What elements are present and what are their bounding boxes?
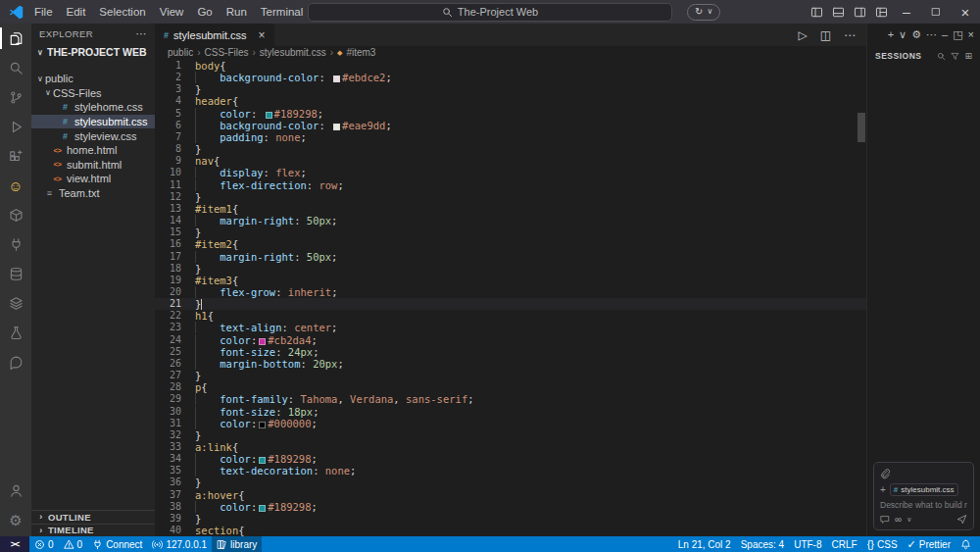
new-session[interactable]: +	[888, 29, 894, 40]
status-host[interactable]: 127.0.0.1	[147, 536, 212, 552]
minimize-panel[interactable]: –	[942, 29, 948, 40]
sync-session-button[interactable]: ↻ ∨	[687, 4, 720, 21]
menu-selection[interactable]: Selection	[92, 0, 152, 24]
tree-item-stylehome-css[interactable]: #stylehome.css	[31, 100, 155, 115]
filter-sessions[interactable]	[951, 52, 959, 61]
code-line-14[interactable]: 14 margin-right: 50px;	[155, 215, 866, 226]
code-line-29[interactable]: 29 font-family: Tahoma, Verdana, sans-se…	[155, 393, 866, 405]
maximize-window[interactable]	[921, 0, 951, 24]
menu-view[interactable]: View	[153, 0, 191, 24]
status-library[interactable]: library	[212, 536, 262, 552]
chat-placeholder[interactable]: Describe what to build ne	[880, 500, 967, 510]
code-line-35[interactable]: 35 text-decoration: none;	[155, 465, 866, 477]
code-line-17[interactable]: 17 margin-right: 50px;	[155, 251, 866, 263]
code-line-15[interactable]: 15}	[155, 226, 866, 238]
code-line-21[interactable]: 21}	[155, 298, 866, 310]
panel-more-actions[interactable]: ⋯	[926, 29, 937, 40]
project-root-row[interactable]: ∨ THE-PROJECT WEB	[31, 44, 155, 60]
remote-window-button[interactable]: ><	[0, 536, 29, 552]
tree-item-styleview-css[interactable]: #styleview.css	[31, 128, 155, 143]
editor-scrollbar[interactable]	[857, 59, 866, 536]
code-line-16[interactable]: 16#item2{	[155, 238, 866, 250]
search-sessions[interactable]	[937, 52, 946, 61]
chat-input-box[interactable]: + # stylesubmit.css Describe what to bui…	[873, 462, 974, 530]
code-line-3[interactable]: 3}	[155, 83, 866, 95]
tree-item-css-files[interactable]: ∨CSS-Files	[31, 86, 155, 101]
code-line-34[interactable]: 34 color:#189298;	[155, 453, 866, 465]
code-line-9[interactable]: 9nav{	[155, 155, 866, 167]
menu-terminal[interactable]: Terminal	[254, 0, 310, 24]
code-line-11[interactable]: 11 flex-direction: row;	[155, 179, 866, 191]
code-line-38[interactable]: 38 color:#189298;	[155, 501, 866, 513]
status-language-mode[interactable]: {}CSS	[862, 536, 903, 552]
activity-run-debug[interactable]	[0, 112, 31, 141]
code-line-12[interactable]: 12}	[155, 191, 866, 203]
code-line-2[interactable]: 2 background-color: #ebdce2;	[155, 72, 866, 83]
code-line-6[interactable]: 6 background-color: #eae9dd;	[155, 120, 866, 131]
code-line-39[interactable]: 39}	[155, 513, 866, 525]
timeline-section-header[interactable]: › TIMELINE	[31, 524, 155, 537]
model-dropdown[interactable]: ∨	[906, 516, 911, 523]
tree-item-submit-html[interactable]: <>submit.html	[31, 158, 155, 173]
tree-item-team-txt[interactable]: ≡Team.txt	[31, 186, 155, 201]
breadcrumb-public[interactable]: public	[168, 47, 193, 58]
code-line-23[interactable]: 23 text-align: center;	[155, 322, 866, 333]
activity-accounts[interactable]	[0, 476, 31, 505]
split-editor[interactable]: ◫	[820, 29, 831, 41]
activity-remote-explorer[interactable]	[0, 229, 31, 259]
code-line-31[interactable]: 31 color:#000000;	[155, 418, 866, 429]
code-line-24[interactable]: 24 color:#cb2da4;	[155, 334, 866, 346]
toggle-secondary-sidebar[interactable]	[849, 0, 870, 24]
breadcrumb-css-files[interactable]: CSS-Files	[204, 47, 248, 58]
code-line-33[interactable]: 33a:link{	[155, 441, 866, 453]
outline-section-header[interactable]: › OUTLINE	[31, 510, 155, 524]
scrollbar-thumb[interactable]	[858, 113, 865, 142]
status-errors[interactable]: 0	[29, 536, 59, 552]
code-line-19[interactable]: 19#item3{	[155, 275, 866, 286]
model-selector[interactable]: ∞	[895, 515, 902, 525]
toggle-panel[interactable]	[827, 0, 849, 24]
close-panel[interactable]: ×	[968, 29, 974, 40]
menu-file[interactable]: File	[27, 0, 60, 24]
breadcrumb-symbol[interactable]: #item3	[346, 47, 375, 58]
add-context-button[interactable]: +	[880, 485, 886, 495]
code-line-22[interactable]: 22h1{	[155, 310, 866, 322]
editor-more-actions[interactable]: ⋯	[844, 29, 856, 41]
close-tab-icon[interactable]: ×	[259, 28, 266, 42]
menu-run[interactable]: Run	[220, 0, 254, 24]
status-warnings[interactable]: 0	[59, 536, 88, 552]
sessions-layout[interactable]: ⊞	[964, 52, 972, 61]
customize-layout[interactable]	[870, 0, 892, 24]
code-line-10[interactable]: 10 display: flex;	[155, 167, 866, 178]
status-cursor-position[interactable]: Ln 21, Col 2	[673, 536, 736, 552]
activity-docker[interactable]	[0, 200, 31, 229]
activity-layers[interactable]	[0, 288, 31, 318]
tab-stylesubmit-css[interactable]: # stylesubmit.css ×	[155, 24, 274, 46]
run-file[interactable]: ▷	[798, 29, 807, 41]
status-connect[interactable]: Connect	[87, 536, 147, 552]
code-line-1[interactable]: 1body{	[155, 60, 866, 72]
code-line-5[interactable]: 5 color: #189298;	[155, 108, 866, 120]
code-line-32[interactable]: 32}	[155, 429, 866, 441]
close-window[interactable]: ×	[951, 0, 980, 24]
status-eol[interactable]: CRLF	[827, 536, 862, 552]
activity-chat[interactable]	[0, 347, 31, 376]
code-line-7[interactable]: 7 padding: none;	[155, 131, 866, 143]
code-line-20[interactable]: 20 flex-grow: inherit;	[155, 286, 866, 298]
code-line-18[interactable]: 18}	[155, 263, 866, 275]
code-line-36[interactable]: 36}	[155, 477, 866, 488]
chat-mode[interactable]	[880, 515, 890, 525]
activity-testing[interactable]	[0, 318, 31, 347]
activity-smiley-extension[interactable]: ☺	[0, 171, 31, 200]
breadcrumb-stylesubmit-css[interactable]: stylesubmit.css	[260, 47, 326, 58]
code-line-27[interactable]: 27}	[155, 370, 866, 381]
sessions-header[interactable]: SESSIONS ⊞	[867, 46, 980, 66]
toggle-primary-sidebar[interactable]	[806, 0, 827, 24]
status-encoding[interactable]: UTF-8	[789, 536, 826, 552]
paperclip-icon[interactable]	[880, 469, 891, 479]
code-line-28[interactable]: 28p{	[155, 381, 866, 393]
code-line-30[interactable]: 30 font-size: 18px;	[155, 406, 866, 418]
code-line-13[interactable]: 13#item1{	[155, 203, 866, 215]
tree-item-home-html[interactable]: <>home.html	[31, 143, 155, 158]
send-icon[interactable]	[956, 514, 967, 525]
